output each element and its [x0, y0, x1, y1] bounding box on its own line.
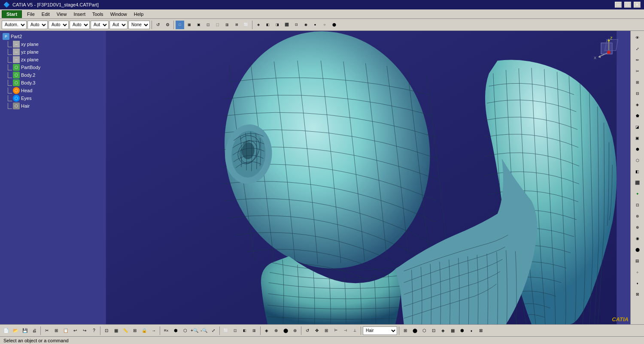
right-btn-22[interactable]: ⬦	[632, 267, 643, 277]
bottom-btn-open[interactable]: 📂	[11, 326, 20, 335]
minimize-button[interactable]: ─	[615, 2, 622, 8]
right-btn-11[interactable]: ⬢	[632, 144, 643, 154]
right-btn-21[interactable]: ▤	[632, 256, 643, 266]
toolbar-btn-shade2[interactable]: ◧	[264, 21, 272, 29]
bottom-btn-dim3[interactable]: ⊥	[350, 326, 359, 335]
menu-view[interactable]: View	[53, 11, 70, 18]
tree-item-partbody[interactable]: ⬡ PartBody	[2, 63, 91, 71]
right-btn-6[interactable]: ⊟	[632, 88, 643, 99]
right-btn-13[interactable]: ◧	[632, 166, 643, 177]
toolbar-btn-shade3[interactable]: ◨	[273, 21, 282, 29]
bottom-btn-misc5[interactable]: ⬤	[281, 326, 290, 335]
bottom-btn-misc2[interactable]: ⬡	[181, 326, 189, 335]
right-btn-12[interactable]: ⬡	[632, 155, 643, 166]
bottom-btn-measure[interactable]: 📏	[121, 326, 130, 335]
right-btn-18[interactable]: ⊕	[632, 222, 643, 232]
toolbar-dropdown-auto2[interactable]: Auto	[49, 21, 69, 29]
menu-window[interactable]: Window	[107, 11, 131, 18]
right-btn-20[interactable]: ⬤	[632, 244, 643, 255]
bottom-btn-apply6[interactable]: ▦	[448, 326, 457, 335]
tree-item-part2[interactable]: P Part2	[2, 33, 91, 40]
toolbar-btn-shade8[interactable]: ○	[320, 21, 329, 29]
right-btn-16[interactable]: ⊡	[632, 200, 643, 210]
bottom-btn-misc1[interactable]: ⬢	[171, 326, 180, 335]
bottom-btn-view3[interactable]: ◧	[240, 326, 249, 335]
right-btn-9[interactable]: ◪	[632, 122, 643, 132]
bottom-btn-dim1[interactable]: ⊢	[331, 326, 340, 335]
right-btn-2[interactable]: ⤢	[632, 44, 643, 54]
bottom-btn-apply1[interactable]: ⊞	[401, 326, 410, 335]
tree-item-hair[interactable]: ⬡ Hair	[2, 102, 91, 110]
toolbar-btn-5[interactable]: ▣	[194, 21, 203, 29]
menu-help[interactable]: Help	[131, 11, 147, 18]
right-btn-10[interactable]: ▣	[632, 133, 643, 143]
right-btn-24[interactable]: ⊠	[632, 289, 643, 299]
bottom-btn-fit[interactable]: ⤢	[209, 326, 218, 335]
bottom-btn-grid[interactable]: ▦	[112, 326, 120, 335]
tree-item-body2[interactable]: ⬡ Body.2	[2, 71, 91, 79]
bottom-btn-rotate[interactable]: ↺	[303, 326, 312, 335]
right-btn-1[interactable]: 👁	[632, 33, 643, 43]
menu-tools[interactable]: Tools	[89, 11, 107, 18]
toolbar-dropdown-none[interactable]: None	[128, 21, 150, 29]
toolbar-btn-2[interactable]: ⚙	[163, 21, 172, 29]
menu-edit[interactable]: Edit	[38, 11, 53, 18]
bottom-btn-apply3[interactable]: ⬡	[420, 326, 428, 335]
menu-file[interactable]: File	[24, 11, 38, 18]
bottom-btn-rotate-x[interactable]: Rx	[162, 326, 170, 335]
bottom-btn-help[interactable]: ?	[90, 326, 98, 335]
tree-item-head[interactable]: ⬡ Head	[2, 87, 91, 94]
toolbar-btn-4[interactable]: ▦	[185, 21, 194, 29]
maximize-button[interactable]: □	[624, 2, 631, 8]
tree-item-yz-plane[interactable]: ─ yz plane	[2, 48, 91, 56]
bottom-btn-snap[interactable]: ⊡	[102, 326, 111, 335]
bottom-btn-lock[interactable]: 🔒	[140, 326, 149, 335]
toolbar-btn-10[interactable]: ⬜	[242, 21, 250, 29]
bottom-btn-view2[interactable]: ◫	[231, 326, 240, 335]
toolbar-btn-3[interactable]: □	[176, 21, 184, 29]
toolbar-btn-7[interactable]: ⬚	[213, 21, 222, 29]
right-btn-15[interactable]: ✦	[632, 189, 643, 199]
toolbar-btn-shade4[interactable]: ⬛	[283, 21, 291, 29]
tree-item-xy-plane[interactable]: ─ xy plane	[2, 40, 91, 48]
toolbar-dropdown-aut1[interactable]: Aut	[91, 21, 109, 29]
right-btn-5[interactable]: ⊞	[632, 77, 643, 88]
toolbar-dropdown-auto3[interactable]: Auto	[70, 21, 90, 29]
menu-insert[interactable]: Insert	[70, 11, 89, 18]
toolbar-btn-9[interactable]: ⊞	[232, 21, 241, 29]
toolbar-dropdown-aut2[interactable]: Aut	[109, 21, 128, 29]
toolbar-btn-1[interactable]: ↺	[154, 21, 162, 29]
toolbar-btn-shade5[interactable]: ⊡	[292, 21, 301, 29]
bottom-btn-misc3[interactable]: ◈	[262, 326, 271, 335]
bottom-btn-dim2[interactable]: ⊣	[341, 326, 349, 335]
toolbar-btn-8[interactable]: ▥	[223, 21, 231, 29]
bottom-btn-pan[interactable]: ✥	[313, 326, 321, 335]
right-btn-4[interactable]: ✂	[632, 66, 643, 76]
right-btn-23[interactable]: ⬧	[632, 278, 643, 288]
bottom-btn-apply8[interactable]: ⬧	[467, 326, 476, 335]
toolbar-btn-6[interactable]: ◫	[204, 21, 213, 29]
bottom-btn-view1[interactable]: ⬜	[222, 326, 230, 335]
bottom-btn-paste[interactable]: 📋	[61, 326, 70, 335]
bottom-btn-save[interactable]: 💾	[21, 326, 29, 335]
bottom-btn-apply4[interactable]: ⊡	[429, 326, 438, 335]
right-btn-8[interactable]: ⬟	[632, 111, 643, 121]
bottom-btn-arrow[interactable]: →	[149, 326, 158, 335]
active-body-dropdown[interactable]: Hair Head Eyes Body.2 Body.3 PartBody	[363, 326, 397, 335]
toolbar-btn-shade9[interactable]: ⬤	[330, 21, 338, 29]
bottom-btn-constrain[interactable]: ⊞	[131, 326, 139, 335]
menu-start[interactable]: Start	[2, 10, 22, 18]
bottom-btn-view4[interactable]: ▥	[250, 326, 258, 335]
bottom-btn-copy[interactable]: ⊞	[52, 326, 61, 335]
bottom-btn-apply7[interactable]: ⬢	[458, 326, 466, 335]
bottom-btn-zoom-out[interactable]: -🔍	[200, 326, 208, 335]
toolbar-btn-shade6[interactable]: ◉	[301, 21, 310, 29]
bottom-btn-axis[interactable]: ⊞	[322, 326, 331, 335]
bottom-btn-misc6[interactable]: ⊛	[291, 326, 299, 335]
tree-item-eyes[interactable]: ⬡ Eyes	[2, 94, 91, 102]
bottom-btn-apply9[interactable]: ⊠	[477, 326, 485, 335]
right-btn-7[interactable]: ◈	[632, 100, 643, 110]
bottom-btn-apply2[interactable]: ⬤	[410, 326, 419, 335]
bottom-btn-zoom-in[interactable]: +🔍	[190, 326, 199, 335]
bottom-btn-new[interactable]: 📄	[2, 326, 10, 335]
